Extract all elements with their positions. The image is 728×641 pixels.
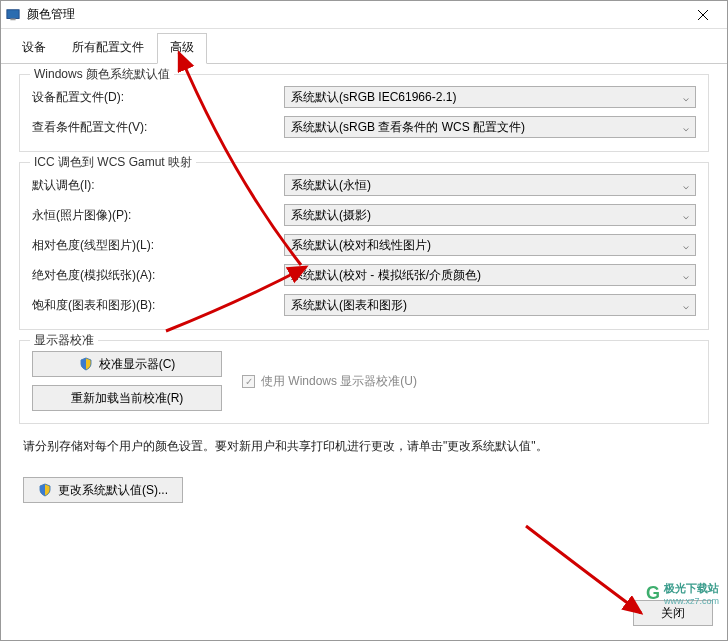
chevron-down-icon: ⌵ (683, 92, 689, 103)
watermark-url: www.xz7.com (664, 596, 719, 606)
group-gamut-mapping: ICC 调色到 WCS Gamut 映射 默认调色(I): 系统默认(永恒) ⌵… (19, 162, 709, 330)
svg-rect-1 (10, 18, 15, 20)
device-profile-select[interactable]: 系统默认(sRGB IEC61966-2.1) ⌵ (284, 86, 696, 108)
titlebar: 颜色管理 (1, 1, 727, 29)
group-title: Windows 颜色系统默认值 (30, 66, 174, 83)
group-monitor-calibration: 显示器校准 校准显示器(C) 重新加载当前校准(R) ✓ 使用 Windo (19, 340, 709, 424)
tab-devices[interactable]: 设备 (9, 33, 59, 63)
default-intent-label: 默认调色(I): (32, 177, 284, 194)
select-value: 系统默认(校对 - 模拟纸张/介质颜色) (291, 267, 481, 284)
watermark-brand: 极光下载站 (664, 581, 719, 596)
watermark: G 极光下载站 www.xz7.com (646, 581, 719, 606)
relative-colorimetric-label: 相对色度(线型图片)(L): (32, 237, 284, 254)
chevron-down-icon: ⌵ (683, 270, 689, 281)
button-label: 校准显示器(C) (99, 356, 176, 373)
perceptual-select[interactable]: 系统默认(摄影) ⌵ (284, 204, 696, 226)
checkbox-label: 使用 Windows 显示器校准(U) (261, 373, 417, 390)
annotation-arrow (521, 521, 651, 621)
absolute-colorimetric-label: 绝对色度(模拟纸张)(A): (32, 267, 284, 284)
note-text: 请分别存储对每个用户的颜色设置。要对新用户和共享打印机进行更改，请单击"更改系统… (23, 438, 705, 455)
button-label: 重新加载当前校准(R) (71, 390, 184, 407)
app-icon (5, 7, 21, 23)
reload-calibration-button[interactable]: 重新加载当前校准(R) (32, 385, 222, 411)
change-system-defaults-button[interactable]: 更改系统默认值(S)... (23, 477, 183, 503)
tab-bar: 设备 所有配置文件 高级 (1, 29, 727, 64)
button-label: 关闭 (661, 605, 685, 622)
select-value: 系统默认(永恒) (291, 177, 371, 194)
close-button[interactable] (683, 2, 723, 28)
use-windows-calibration-checkbox: ✓ 使用 Windows 显示器校准(U) (242, 373, 417, 390)
saturation-label: 饱和度(图表和图形)(B): (32, 297, 284, 314)
window-title: 颜色管理 (27, 6, 683, 23)
absolute-colorimetric-select[interactable]: 系统默认(校对 - 模拟纸张/介质颜色) ⌵ (284, 264, 696, 286)
watermark-logo-icon: G (646, 583, 660, 604)
chevron-down-icon: ⌵ (683, 240, 689, 251)
shield-icon (38, 483, 52, 497)
select-value: 系统默认(sRGB IEC61966-2.1) (291, 89, 456, 106)
chevron-down-icon: ⌵ (683, 210, 689, 221)
relative-colorimetric-select[interactable]: 系统默认(校对和线性图片) ⌵ (284, 234, 696, 256)
saturation-select[interactable]: 系统默认(图表和图形) ⌵ (284, 294, 696, 316)
perceptual-label: 永恒(照片图像)(P): (32, 207, 284, 224)
group-title: ICC 调色到 WCS Gamut 映射 (30, 154, 196, 171)
chevron-down-icon: ⌵ (683, 180, 689, 191)
select-value: 系统默认(sRGB 查看条件的 WCS 配置文件) (291, 119, 525, 136)
svg-rect-0 (7, 9, 19, 18)
select-value: 系统默认(校对和线性图片) (291, 237, 431, 254)
button-label: 更改系统默认值(S)... (58, 482, 168, 499)
calibrate-button[interactable]: 校准显示器(C) (32, 351, 222, 377)
tab-advanced[interactable]: 高级 (157, 33, 207, 64)
chevron-down-icon: ⌵ (683, 300, 689, 311)
tab-profiles[interactable]: 所有配置文件 (59, 33, 157, 63)
view-condition-label: 查看条件配置文件(V): (32, 119, 284, 136)
default-intent-select[interactable]: 系统默认(永恒) ⌵ (284, 174, 696, 196)
select-value: 系统默认(摄影) (291, 207, 371, 224)
select-value: 系统默认(图表和图形) (291, 297, 407, 314)
checkbox-icon: ✓ (242, 375, 255, 388)
device-profile-label: 设备配置文件(D): (32, 89, 284, 106)
content-area: Windows 颜色系统默认值 设备配置文件(D): 系统默认(sRGB IEC… (1, 64, 727, 503)
chevron-down-icon: ⌵ (683, 122, 689, 133)
window: 颜色管理 设备 所有配置文件 高级 Windows 颜色系统默认值 设备配置文件… (0, 0, 728, 641)
group-windows-defaults: Windows 颜色系统默认值 设备配置文件(D): 系统默认(sRGB IEC… (19, 74, 709, 152)
view-condition-select[interactable]: 系统默认(sRGB 查看条件的 WCS 配置文件) ⌵ (284, 116, 696, 138)
group-title: 显示器校准 (30, 332, 98, 349)
shield-icon (79, 357, 93, 371)
